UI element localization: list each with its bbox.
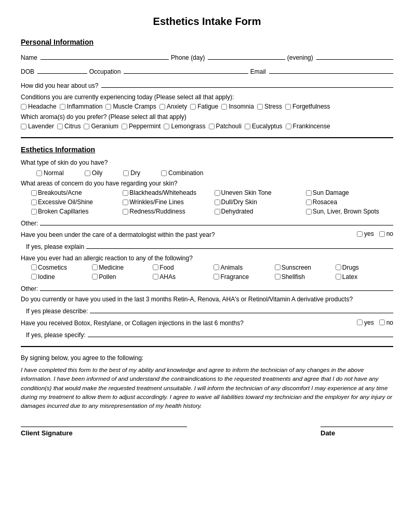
dry-checkbox[interactable] xyxy=(123,170,129,176)
aroma-citrus[interactable]: Citrus xyxy=(57,123,81,130)
stress-checkbox[interactable] xyxy=(257,104,263,110)
allergen-medicine[interactable]: Medicine xyxy=(92,264,150,271)
botox-no[interactable]: no xyxy=(379,319,393,326)
aroma-eucalyptus[interactable]: Eucalyptus xyxy=(245,123,283,130)
dob-input[interactable] xyxy=(37,65,87,74)
botox-no-checkbox[interactable] xyxy=(379,320,385,325)
aroma-patchouli[interactable]: Patchouli xyxy=(209,123,242,130)
aroma-peppermint[interactable]: Peppermint xyxy=(122,123,161,130)
cosmetics-checkbox[interactable] xyxy=(31,264,37,270)
concern-rosacea[interactable]: Rosacea xyxy=(306,198,393,206)
allergen-latex[interactable]: Latex xyxy=(336,273,393,281)
fragrance-checkbox[interactable] xyxy=(213,274,219,280)
sunscreen-checkbox[interactable] xyxy=(275,264,281,270)
skin-dry[interactable]: Dry xyxy=(123,169,140,177)
uneven-skin-checkbox[interactable] xyxy=(215,190,220,196)
concern-dehydrated[interactable]: Dehydrated xyxy=(215,208,302,215)
condition-insomnia[interactable]: Insomnia xyxy=(221,103,254,110)
iodine-checkbox[interactable] xyxy=(31,274,37,280)
drugs-checkbox[interactable] xyxy=(336,264,341,270)
lemongrass-checkbox[interactable] xyxy=(164,124,169,129)
fatigue-checkbox[interactable] xyxy=(190,104,196,110)
condition-forgetfulness[interactable]: Forgetfulness xyxy=(285,103,330,110)
allergen-drugs[interactable]: Drugs xyxy=(336,264,393,271)
combination-checkbox[interactable] xyxy=(161,170,167,176)
allergen-food[interactable]: Food xyxy=(153,264,210,271)
allergen-shellfish[interactable]: Shellfish xyxy=(275,273,332,281)
rosacea-checkbox[interactable] xyxy=(306,200,312,205)
sun-damage-checkbox[interactable] xyxy=(306,190,312,196)
normal-checkbox[interactable] xyxy=(36,170,42,176)
frankincense-checkbox[interactable] xyxy=(286,124,291,129)
peppermint-checkbox[interactable] xyxy=(122,124,127,129)
headache-checkbox[interactable] xyxy=(21,104,26,110)
derm-no[interactable]: no xyxy=(379,230,393,237)
concern-dull-dry[interactable]: Dull/Dry Skin xyxy=(215,198,302,206)
skin-oily[interactable]: Oily xyxy=(85,169,103,177)
allergen-cosmetics[interactable]: Cosmetics xyxy=(31,264,89,271)
allergen-pollen[interactable]: Pollen xyxy=(92,273,150,281)
muscle-cramps-checkbox[interactable] xyxy=(105,104,111,110)
botox-yes[interactable]: yes xyxy=(357,319,374,326)
eucalyptus-checkbox[interactable] xyxy=(245,124,250,129)
pollen-checkbox[interactable] xyxy=(92,274,98,280)
botox-yes-checkbox[interactable] xyxy=(357,320,363,325)
aroma-lavender[interactable]: Lavender xyxy=(21,123,54,130)
condition-stress[interactable]: Stress xyxy=(257,103,282,110)
derm-no-checkbox[interactable] xyxy=(379,231,385,237)
allergic-other-input[interactable] xyxy=(40,283,393,291)
shellfish-checkbox[interactable] xyxy=(275,274,281,280)
forgetfulness-checkbox[interactable] xyxy=(285,104,291,110)
oily-checkbox[interactable] xyxy=(85,170,90,176)
derm-yes[interactable]: yes xyxy=(357,230,374,237)
concern-wrinkles[interactable]: Wrinkles/Fine Lines xyxy=(123,198,210,206)
derm-yes-checkbox[interactable] xyxy=(357,231,363,237)
occupation-input[interactable] xyxy=(124,65,248,74)
allergen-iodine[interactable]: Iodine xyxy=(31,273,89,281)
concern-broken-capillaries[interactable]: Broken Capillaries xyxy=(31,208,118,215)
concern-sun-damage[interactable]: Sun Damage xyxy=(306,189,393,196)
excessive-oil-checkbox[interactable] xyxy=(31,200,37,205)
insomnia-checkbox[interactable] xyxy=(221,104,227,110)
allergen-sunscreen[interactable]: Sunscreen xyxy=(275,264,332,271)
dehydrated-checkbox[interactable] xyxy=(215,209,220,215)
food-checkbox[interactable] xyxy=(153,264,158,270)
breakouts-checkbox[interactable] xyxy=(31,190,37,196)
how-hear-input[interactable] xyxy=(101,79,393,88)
name-input[interactable] xyxy=(41,51,169,60)
animals-checkbox[interactable] xyxy=(213,264,219,270)
allergen-ahas[interactable]: AHAs xyxy=(153,273,210,281)
broken-capillaries-checkbox[interactable] xyxy=(31,209,37,215)
condition-headache[interactable]: Headache xyxy=(21,103,57,110)
retin-describe-input[interactable] xyxy=(90,305,393,313)
skin-normal[interactable]: Normal xyxy=(36,169,64,177)
condition-anxiety[interactable]: Anxiety xyxy=(159,103,187,110)
medicine-checkbox[interactable] xyxy=(92,264,98,270)
phone-day-input[interactable] xyxy=(208,51,285,60)
condition-inflammation[interactable]: Inflammation xyxy=(60,103,103,110)
geranium-checkbox[interactable] xyxy=(84,124,89,129)
redness-checkbox[interactable] xyxy=(123,209,128,215)
derm-explain-input[interactable] xyxy=(86,241,393,249)
concern-excessive-oil[interactable]: Excessive Oil/Shine xyxy=(31,198,118,206)
condition-muscle-cramps[interactable]: Muscle Cramps xyxy=(105,103,156,110)
evening-input[interactable] xyxy=(316,51,393,60)
anxiety-checkbox[interactable] xyxy=(159,104,165,110)
sun-liver-checkbox[interactable] xyxy=(306,209,312,215)
citrus-checkbox[interactable] xyxy=(57,124,63,129)
concern-uneven-skin[interactable]: Uneven Skin Tone xyxy=(215,189,302,196)
aroma-frankincense[interactable]: Frankincense xyxy=(286,123,330,130)
inflammation-checkbox[interactable] xyxy=(60,104,65,110)
concern-sun-liver[interactable]: Sun, Liver, Brown Spots xyxy=(306,208,393,215)
wrinkles-checkbox[interactable] xyxy=(123,200,128,205)
skin-combination[interactable]: Combination xyxy=(161,169,203,177)
blackheads-checkbox[interactable] xyxy=(123,190,128,196)
date-line[interactable] xyxy=(320,419,393,427)
concern-redness[interactable]: Redness/Ruddiness xyxy=(123,208,210,215)
lavender-checkbox[interactable] xyxy=(21,124,26,129)
concern-breakouts[interactable]: Breakouts/Acne xyxy=(31,189,118,196)
aroma-geranium[interactable]: Geranium xyxy=(84,123,118,130)
concerns-other-input[interactable] xyxy=(40,217,393,225)
ahas-checkbox[interactable] xyxy=(153,274,158,280)
email-input[interactable] xyxy=(269,65,393,74)
